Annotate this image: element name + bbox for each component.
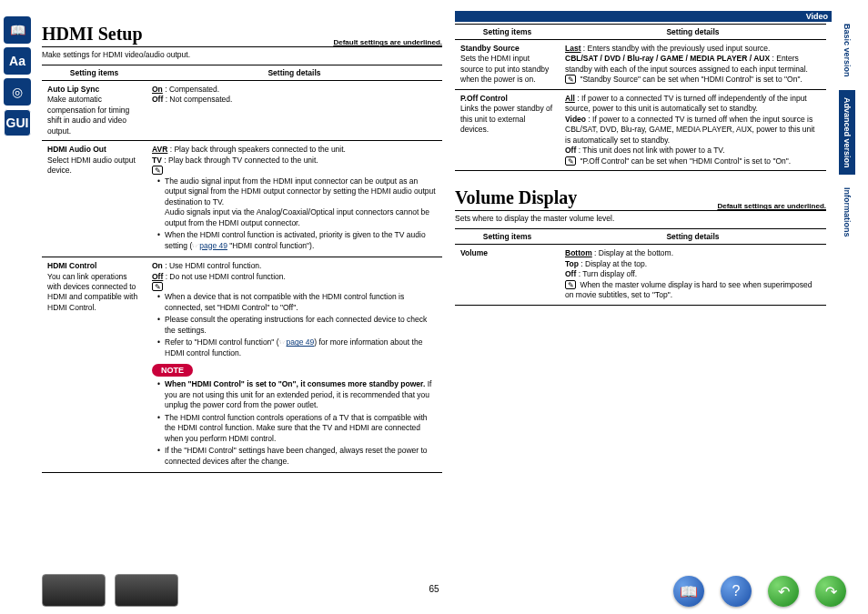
row-volume-label: Volume [455, 245, 560, 305]
volume-table: Setting items Setting details Volume Bot… [455, 228, 826, 305]
pen-icon: ✎ [565, 75, 576, 84]
row-auto-lip-sync-detail: On : Compensated. Off : Not compensated. [146, 81, 442, 141]
hdmi-table: Setting items Setting details Auto Lip S… [42, 65, 442, 473]
default-note2: Default settings are underlined. [717, 202, 826, 210]
volume-subtitle: Sets where to display the master volume … [455, 214, 826, 223]
tab-basic-version[interactable]: Basic version [839, 16, 855, 85]
tab-advanced-version[interactable]: Advanced version [839, 90, 855, 176]
standby-table: Setting items Setting details Standby So… [455, 24, 826, 171]
prev-page-icon[interactable]: ↶ [768, 576, 799, 607]
text-size-icon[interactable]: Aa [4, 47, 31, 75]
footer-nav: 📖 ? ↶ ↷ [673, 576, 846, 607]
volume-display-title: Volume Display [455, 187, 577, 208]
row-hdmi-audio-out-detail: AVR : Play back through speakers connect… [146, 141, 442, 257]
help-icon[interactable]: ? [721, 576, 752, 607]
hdmi-subtitle: Make settings for HDMI video/audio outpu… [42, 50, 442, 59]
row-poff-label: P.Off Control Links the power standby of… [455, 89, 560, 170]
contents-icon[interactable]: 📖 [673, 576, 704, 607]
th-items: Setting items [42, 65, 146, 81]
th-details: Setting details [146, 65, 442, 81]
note-pill: NOTE [152, 364, 193, 377]
row-volume-detail: Bottom : Display at the bottom. Top : Di… [560, 245, 826, 305]
column-right: Setting items Setting details Standby So… [455, 24, 826, 306]
category-bar: Video [455, 11, 832, 22]
row-poff-detail: All : If power to a connected TV is turn… [560, 89, 826, 170]
th-details3: Setting details [560, 229, 826, 245]
row-standby-source-detail: Last : Enters standby with the previousl… [560, 40, 826, 90]
th-items2: Setting items [455, 25, 560, 40]
left-nav-icons: 📖 Aa ◎ GUI [4, 16, 35, 140]
tab-informations[interactable]: Informations [839, 180, 855, 245]
pen-icon: ✎ [152, 166, 163, 175]
row-hdmi-audio-out-label: HDMI Audio Out Select HDMI audio output … [42, 141, 146, 257]
gui-icon[interactable]: GUI [4, 109, 31, 136]
row-standby-source-label: Standby Source Sets the HDMI input sourc… [455, 40, 560, 90]
footer: 65 📖 ? ↶ ↷ [0, 561, 868, 607]
link-page49a[interactable]: page 49 [199, 241, 227, 250]
pen-icon: ✎ [565, 280, 576, 289]
row-auto-lip-sync-label: Auto Lip Sync Make automatic compensatio… [42, 81, 146, 141]
th-items3: Setting items [455, 229, 560, 245]
book-icon[interactable]: 📖 [4, 16, 31, 44]
row-hdmi-control-label: HDMI Control You can link operations wit… [42, 257, 146, 473]
pen-icon: ✎ [565, 156, 576, 166]
column-left: HDMI Setup Default settings are underlin… [42, 24, 442, 473]
th-details2: Setting details [560, 25, 826, 40]
link-page49b[interactable]: page 49 [287, 337, 315, 347]
side-tabs: Basic version Advanced version Informati… [839, 16, 864, 250]
color-icon[interactable]: ◎ [4, 78, 31, 106]
hdmi-setup-title: HDMI Setup [42, 24, 143, 45]
next-page-icon[interactable]: ↷ [815, 576, 846, 607]
row-hdmi-control-detail: On : Use HDMI control function. Off : Do… [146, 257, 442, 473]
default-note: Default settings are underlined. [333, 38, 442, 46]
pen-icon: ✎ [152, 282, 163, 291]
